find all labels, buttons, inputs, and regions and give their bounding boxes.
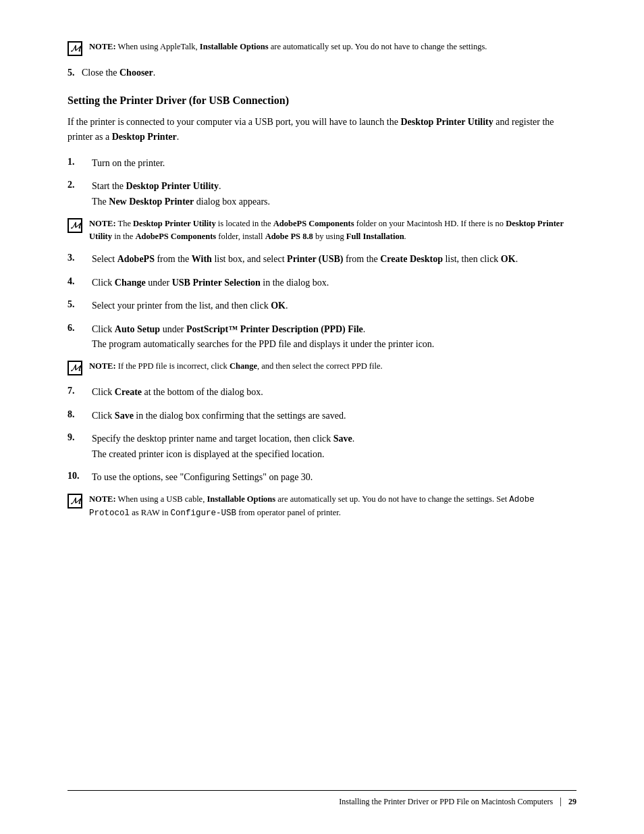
step-6: 6. Click Auto Setup under PostScript™ Pr… — [68, 322, 576, 353]
steps-list-3: 7. Click Create at the bottom of the dia… — [68, 385, 576, 485]
step-5: 5. Select your printer from the list, an… — [68, 298, 576, 313]
step-2: 2. Start the Desktop Printer Utility. Th… — [68, 179, 576, 209]
step-9: 9. Specify the desktop printer name and … — [68, 432, 576, 462]
footer-page-number: 29 — [568, 797, 576, 807]
step-close-chooser: 5. Close the Chooser. — [68, 66, 576, 80]
step-3: 3. Select AdobePS from the With list box… — [68, 252, 576, 267]
footer-divider: | — [560, 796, 562, 807]
step-10: 10. To use the options, see "Configuring… — [68, 470, 576, 485]
steps-list-2: 3. Select AdobePS from the With list box… — [68, 252, 576, 352]
section-heading-usb: Setting the Printer Driver (for USB Conn… — [68, 95, 576, 107]
note-icon-step2: 𝓜 — [68, 218, 82, 233]
page: 𝓜 NOTE: When using AppleTalk, Installabl… — [0, 0, 644, 834]
section-intro: If the printer is connected to your comp… — [68, 115, 576, 145]
step-8: 8. Click Save in the dialog box confirmi… — [68, 409, 576, 423]
note-usb-cable: 𝓜 NOTE: When using a USB cable, Installa… — [68, 493, 576, 520]
note-usb-text: NOTE: When using a USB cable, Installabl… — [89, 493, 576, 520]
note-icon-appletalk: 𝓜 — [68, 41, 82, 56]
note-appletalk-text: NOTE: When using AppleTalk, Installable … — [89, 41, 487, 53]
note-step6: 𝓜 NOTE: If the PPD file is incorrect, cl… — [68, 360, 576, 375]
footer: Installing the Printer Driver or PPD Fil… — [68, 790, 576, 807]
step-4: 4. Click Change under USB Printer Select… — [68, 276, 576, 290]
step-1: 1. Turn on the printer. — [68, 156, 576, 171]
steps-list: 1. Turn on the printer. 2. Start the Des… — [68, 156, 576, 209]
note-step6-text: NOTE: If the PPD file is incorrect, clic… — [89, 360, 383, 373]
note-appletalk: 𝓜 NOTE: When using AppleTalk, Installabl… — [68, 41, 576, 56]
footer-text: Installing the Printer Driver or PPD Fil… — [339, 797, 553, 807]
note-step2: 𝓜 NOTE: The Desktop Printer Utility is l… — [68, 217, 576, 243]
note-icon-step6: 𝓜 — [68, 361, 82, 375]
step-7: 7. Click Create at the bottom of the dia… — [68, 385, 576, 400]
note-step2-text: NOTE: The Desktop Printer Utility is loc… — [89, 217, 576, 243]
note-icon-usb: 𝓜 — [68, 494, 82, 509]
